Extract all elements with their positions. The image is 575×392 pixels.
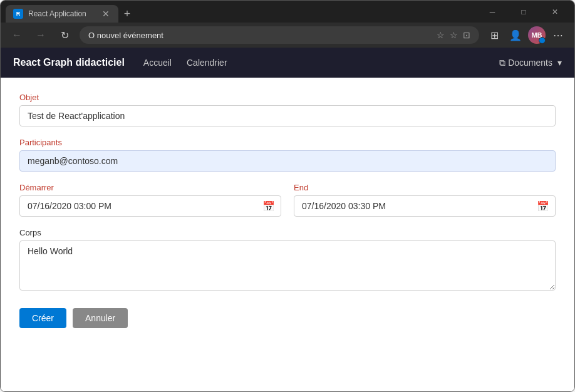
subject-input[interactable] (19, 105, 556, 126)
browser-window: R React Application ✕ + ─ □ ✕ ← → ↻ O no… (0, 0, 575, 392)
more-actions-button[interactable]: ⋯ (549, 26, 567, 44)
documents-label: Documents (508, 58, 552, 68)
header-dropdown-button[interactable]: ▾ (557, 58, 562, 68)
window-controls: ─ □ ✕ (478, 1, 569, 23)
body-textarea[interactable]: Hello World (19, 240, 556, 291)
forward-button[interactable]: → (32, 26, 49, 44)
url-text: O nouvel événement (88, 31, 432, 40)
back-button[interactable]: ← (8, 26, 26, 44)
end-input-wrapper: 📅 (294, 195, 556, 217)
address-bar: ← → ↻ O nouvel événement ☆ ☆ ⊡ ⊞ 👤 MB ⋯ (1, 23, 574, 48)
documents-button[interactable]: ⧉ Documents (499, 58, 552, 68)
create-button[interactable]: Créer (19, 308, 66, 328)
refresh-button[interactable]: ↻ (56, 26, 73, 44)
avatar[interactable]: MB (528, 26, 546, 44)
datetime-row: Démarrer 📅 End 📅 (19, 183, 556, 217)
start-datetime-input[interactable] (19, 195, 281, 217)
start-label: Démarrer (19, 183, 281, 192)
minimize-button[interactable]: ─ (478, 1, 507, 23)
profile-badge[interactable]: MB (528, 26, 546, 44)
url-bar[interactable]: O nouvel événement ☆ ☆ ⊡ (80, 26, 479, 44)
cancel-button[interactable]: Annuler (73, 308, 128, 328)
documents-icon: ⧉ (499, 58, 505, 68)
maximize-button[interactable]: □ (509, 1, 538, 23)
end-label: End (294, 183, 556, 192)
start-input-wrapper: 📅 (19, 195, 281, 217)
end-col: End 📅 (294, 183, 556, 217)
title-bar: R React Application ✕ + ─ □ ✕ (1, 1, 574, 23)
avatar-image: MB (528, 26, 546, 44)
active-tab[interactable]: R React Application ✕ (6, 5, 118, 23)
star-icon[interactable]: ☆ (437, 30, 445, 40)
end-calendar-icon[interactable]: 📅 (537, 200, 549, 212)
header-actions: ⧉ Documents ▾ (499, 58, 562, 68)
nav-calendar[interactable]: Calendrier (187, 58, 227, 68)
new-tab-button[interactable]: + (118, 5, 136, 23)
attendees-input[interactable] (19, 150, 556, 172)
body-group: Corps Hello World (19, 228, 556, 293)
start-calendar-icon[interactable]: 📅 (262, 200, 275, 212)
collections-icon[interactable]: ☆ (450, 30, 458, 40)
main-content: Objet Participants Démarrer 📅 End 📅 (1, 78, 574, 391)
tab-title: React Application (28, 9, 96, 18)
url-icons: ☆ ☆ ⊡ (437, 30, 470, 40)
subject-group: Objet (19, 93, 556, 126)
start-col: Démarrer 📅 (19, 183, 281, 217)
end-datetime-input[interactable] (294, 195, 556, 217)
favorites-button[interactable]: ⊞ (485, 26, 503, 44)
close-button[interactable]: ✕ (541, 1, 569, 23)
attendees-label: Participants (19, 138, 556, 147)
profile-action-button[interactable]: 👤 (507, 26, 524, 44)
browser-actions: ⊞ 👤 MB ⋯ (485, 26, 567, 44)
share-page-icon[interactable]: ⊡ (463, 30, 470, 40)
subject-label: Objet (19, 93, 556, 102)
app-header: React Graph didacticiel Accueil Calendri… (1, 48, 574, 78)
attendees-group: Participants (19, 138, 556, 172)
nav-links: Accueil Calendrier (143, 58, 480, 68)
tab-favicon: R (13, 9, 23, 19)
form-actions: Créer Annuler (19, 308, 556, 328)
tab-close-button[interactable]: ✕ (101, 9, 111, 19)
app-title: React Graph didacticiel (13, 57, 125, 68)
body-label: Corps (19, 228, 556, 237)
nav-home[interactable]: Accueil (143, 58, 172, 68)
tab-area: R React Application ✕ + (6, 1, 478, 23)
